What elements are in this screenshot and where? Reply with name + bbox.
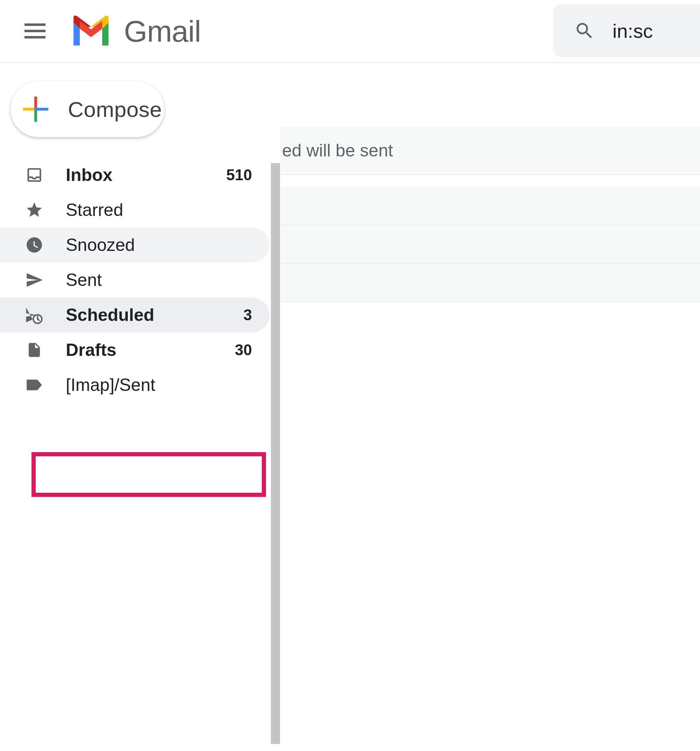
svg-rect-6 <box>37 108 48 111</box>
sidebar-item-count: 3 <box>244 306 252 324</box>
svg-rect-1 <box>25 30 45 32</box>
main-menu-button[interactable] <box>21 17 49 45</box>
gmail-m-icon <box>70 15 112 48</box>
sidebar-item-label: Drafts <box>66 340 235 360</box>
scheduled-banner: ed will be sent <box>280 127 700 175</box>
svg-rect-5 <box>23 108 34 111</box>
sidebar-item-imap-sent[interactable]: [Imap]/Sent <box>0 368 269 402</box>
clock-icon <box>25 235 44 255</box>
file-icon <box>25 340 44 360</box>
search-icon <box>574 20 595 41</box>
sidebar-item-starred[interactable]: Starred <box>0 193 269 227</box>
sidebar-item-snoozed[interactable]: Snoozed <box>0 227 269 263</box>
sidebar-item-label: Starred <box>66 200 252 220</box>
inbox-icon <box>25 165 44 185</box>
sidebar-item-inbox[interactable]: Inbox 510 <box>0 158 269 193</box>
sidebar-item-scheduled[interactable]: Scheduled 3 <box>0 297 269 332</box>
svg-rect-2 <box>25 36 45 39</box>
send-icon <box>25 270 44 290</box>
svg-rect-3 <box>34 97 37 108</box>
search-bar[interactable] <box>553 4 700 57</box>
banner-text: ed will be sent <box>282 140 393 161</box>
svg-rect-0 <box>25 23 45 26</box>
sidebar-item-sent[interactable]: Sent <box>0 263 269 297</box>
hamburger-icon <box>25 23 45 39</box>
sidebar-item-label: Inbox <box>66 165 226 185</box>
compose-button[interactable]: Compose <box>11 81 164 137</box>
svg-rect-7 <box>34 108 37 111</box>
label-icon <box>25 375 44 395</box>
svg-rect-4 <box>34 111 37 122</box>
mail-row[interactable] <box>280 226 700 264</box>
star-icon <box>25 200 44 220</box>
sidebar-item-label: Scheduled <box>66 305 244 325</box>
plus-icon <box>23 97 48 122</box>
schedule-send-icon <box>25 305 44 325</box>
sidebar-item-label: Snoozed <box>66 235 252 255</box>
sidebar-item-count: 510 <box>226 166 252 184</box>
sidebar-item-label: Sent <box>66 270 252 290</box>
sidebar-item-drafts[interactable]: Drafts 30 <box>0 332 269 368</box>
mail-row[interactable] <box>280 264 700 302</box>
gmail-wordmark: Gmail <box>124 14 201 49</box>
sidebar-nav: Inbox 510 Starred Snoozed Sent <box>0 158 269 402</box>
compose-label: Compose <box>68 97 162 122</box>
mail-row[interactable] <box>280 187 700 226</box>
sidebar-item-label: [Imap]/Sent <box>66 375 252 395</box>
sidebar-item-count: 30 <box>235 341 252 359</box>
search-input[interactable] <box>612 20 683 42</box>
sidebar-scrollbar[interactable] <box>271 163 280 744</box>
main-content-area: ed will be sent <box>280 64 700 751</box>
gmail-logo[interactable]: Gmail <box>70 14 201 49</box>
annotation-highlight-box <box>31 452 266 497</box>
